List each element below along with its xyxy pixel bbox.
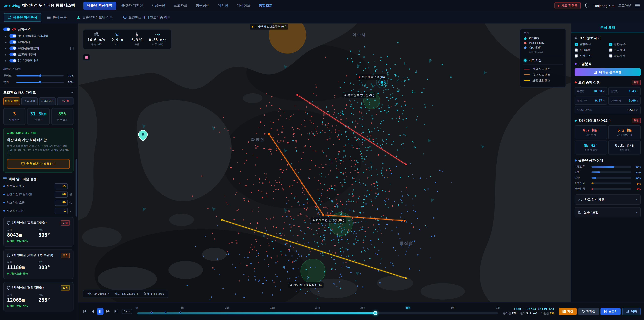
skip-end-button[interactable] [112,308,119,315]
mode-button-1[interactable]: AI 자동 추천 [3,97,20,105]
section-dot-icon [574,63,576,65]
tab-4[interactable]: i오일펜스 배치 알고리즘 이론 [119,13,174,22]
nav-item-6[interactable]: 게시판 [214,2,232,10]
timeline-slider[interactable] [137,312,498,314]
skip-start-button[interactable] [81,308,88,315]
nav-item-1[interactable]: 유출유 확산예측 [83,2,116,10]
checkbox-icon[interactable]: ✓ [574,43,578,46]
timeline-tick[interactable]: 18h [270,306,275,309]
display-checkbox-2[interactable]: ✓풍향/풍속 [609,42,641,46]
checkbox-icon[interactable] [574,54,578,58]
notifications-bell-icon[interactable] [584,3,589,8]
fence-endpoint[interactable] [404,163,407,166]
menu-hamburger-icon[interactable] [635,4,640,8]
checkbox-icon[interactable] [609,54,612,58]
defense-line-card-1[interactable]: 1차 방어선 (고강도 차단형)긴급길이8043m각도303°차단 효율 92% [3,217,74,246]
mode-button-3[interactable]: 시뮬레이션 [39,97,56,105]
playback-speed-selector[interactable]: 1×▾ [122,309,132,314]
zone-toggle[interactable] [10,53,16,56]
timeline-tick[interactable]: 48h [406,306,410,309]
ready-dot-icon [7,133,9,134]
display-checkbox-6[interactable]: 날씨시간 [609,54,641,58]
zones-master-toggle[interactable] [3,28,10,31]
param-label: 안전 마진 (도달시간) [6,193,53,196]
expand-chevron-icon[interactable]: ▸ [5,47,8,50]
fence-endpoint[interactable] [403,219,406,222]
tab-1[interactable]: 유출유 확산분석 [4,13,41,22]
zone-toggle[interactable] [10,34,16,38]
collapsed-section-1[interactable]: 사고 선박 제원▸ [574,194,641,205]
checkbox-icon[interactable] [574,49,578,52]
defense-line-card-3[interactable]: 3차 방어선 (연안 경량형)보통길이12065m각도288°차단 효율 78% [3,282,74,311]
fence-guide-stats: 3배치 라인31.3km총 길이85%평균 효율 [3,108,74,125]
summary-tab[interactable]: 분석 요약 [572,24,644,33]
display-checkbox-1[interactable]: ✓유향/유속 [574,42,606,46]
fence-endpoint[interactable] [404,277,407,279]
fence-endpoint[interactable] [296,94,299,96]
timeline-tick[interactable]: 6h [180,306,184,309]
nav-item-3[interactable]: 긴급구난 [148,2,169,10]
display-checkbox-4[interactable]: 민감자원 [609,48,641,52]
slider-track[interactable] [16,82,64,83]
mode-button-2[interactable]: 수동 배치 [21,97,38,105]
zone-toggle[interactable] [10,47,16,50]
slider-track[interactable] [16,75,64,76]
action-2-button[interactable]: 재계산 [578,307,598,315]
tab-2[interactable]: 분석 목록 [43,13,71,22]
timeline-tick[interactable]: 0h [135,306,138,309]
tab-3[interactable]: 유출유확산모델 이론 [73,13,117,22]
zone-settings-icon[interactable] [70,47,74,50]
fence-endpoint[interactable] [268,133,270,135]
apply-recommendation-button[interactable]: 추천 배치안 적용하기 [7,159,70,169]
timeline-handle[interactable] [373,311,377,315]
nav-item-7[interactable]: 기상정보 [233,2,254,10]
display-checkbox-5[interactable]: 시간 표시 [574,54,606,58]
pollution-unit: km² [634,109,638,111]
action-4-button[interactable]: 예측 [622,307,641,315]
action-3-button[interactable]: 보고서 [600,307,621,315]
param-input[interactable]: 15 [55,183,68,189]
deploy-marker[interactable] [179,311,181,313]
nav-item-8[interactable]: 통합조회 [255,2,276,10]
action-1-button[interactable]: 저장 [559,307,576,315]
multi-analysis-button[interactable]: 다기능 분석수행 [574,68,641,76]
param-input[interactable]: 60 [55,191,68,198]
fence-guide-header[interactable]: 오일펜스 배치 가이드 ▼ [3,91,74,95]
slider-knob[interactable] [38,74,42,77]
deploy-marker[interactable] [150,311,152,313]
timeline-tick[interactable]: 60h [451,306,455,309]
fence-endpoint[interactable] [322,214,324,216]
expand-chevron-icon[interactable]: ▸ [5,41,8,44]
slider-knob[interactable] [38,81,42,84]
step-back-button[interactable] [89,308,96,315]
sensitive-resource-button[interactable] [83,54,90,61]
logout-button[interactable]: 로그아웃 [618,3,631,8]
timeline-tick[interactable]: 24h [315,306,320,309]
mode-button-4[interactable]: 초기화 [57,97,74,105]
expand-chevron-icon[interactable]: ▸ [5,35,8,38]
timeline-tick[interactable]: 72h [496,306,500,309]
nav-item-2[interactable]: HNS·대기확산 [117,2,147,10]
sidebar-scrollbar[interactable] [76,159,77,217]
expand-chevron-icon[interactable]: ▸ [5,59,8,62]
param-input[interactable]: 1 [55,208,68,214]
checkbox-icon[interactable]: ✓ [609,43,612,46]
defense-line-card-2[interactable]: 2차 방어선 (외해용 중형 포위망)중요길이11180m각도303°차단 효율… [3,249,74,279]
deploy-marker[interactable] [165,311,167,313]
param-input[interactable]: 80 [55,200,68,206]
fence-endpoint[interactable] [220,219,223,221]
timeline-tick[interactable]: 36h [360,306,365,309]
timeline-tick[interactable]: 12h [225,306,230,309]
nav-item-4[interactable]: 보고자료 [170,2,191,10]
fast-forward-button[interactable] [105,308,111,315]
checkbox-icon[interactable] [609,49,612,52]
incident-point-marker[interactable] [380,81,384,84]
nav-item-5[interactable]: 항공탐색 [192,2,213,10]
display-checkbox-3[interactable]: 해안부착 [574,48,606,52]
zone-toggle[interactable] [10,40,16,44]
pause-button[interactable] [97,308,104,315]
collapsed-section-2[interactable]: 선주 / 보험▸ [574,207,641,217]
zone-toggle[interactable] [10,59,16,62]
expand-chevron-icon[interactable]: ▸ [5,53,8,56]
map-viewport[interactable]: 여수시화양면돌산읍여자만 갯벌보호구역 (6h)송포 해수욕장 (1h)북도 전… [78,24,571,302]
